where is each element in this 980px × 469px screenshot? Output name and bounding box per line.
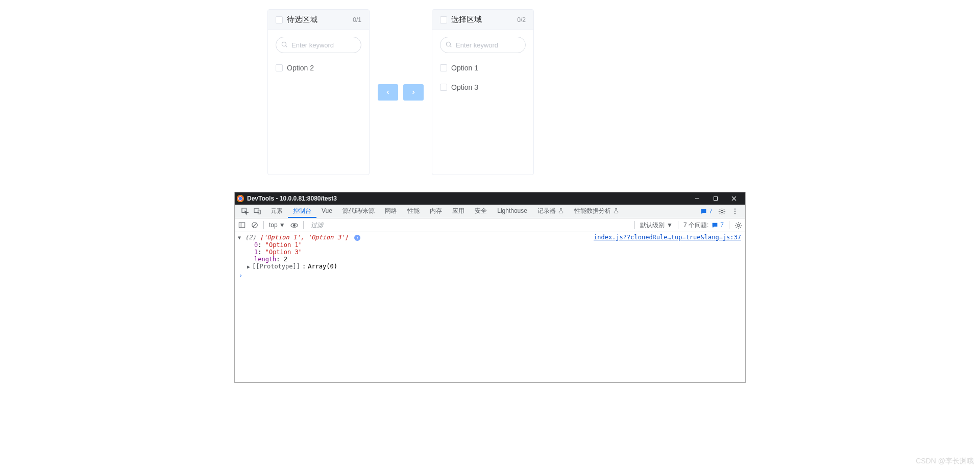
list-item[interactable]: Option 1: [440, 60, 526, 76]
close-button[interactable]: [725, 192, 743, 205]
tab-performance-insights[interactable]: 性能数据分析: [569, 205, 624, 218]
console-settings-icon[interactable]: [734, 221, 742, 229]
devtools-tabbar: 元素 控制台 Vue 源代码/来源 网络 性能 内存 应用 安全 Lightho…: [235, 205, 745, 218]
svg-line-18: [253, 224, 256, 227]
more-icon[interactable]: [731, 207, 739, 215]
tab-recorder[interactable]: 记录器: [532, 205, 569, 218]
expand-arrow-icon[interactable]: ▼: [238, 235, 241, 240]
tab-network[interactable]: 网络: [380, 205, 402, 218]
option-label: Option 3: [451, 83, 478, 91]
separator: [634, 221, 635, 229]
window-title: DevTools - 10.0.0.81:8080/test3: [247, 195, 337, 202]
panel-header: 选择区域 0/2: [432, 10, 533, 30]
list-item[interactable]: Option 3: [440, 80, 526, 95]
console-prompt[interactable]: ›: [235, 272, 745, 281]
separator: [729, 221, 729, 229]
tab-vue[interactable]: Vue: [316, 205, 337, 218]
chrome-logo-icon: [237, 195, 244, 202]
separator: [263, 221, 264, 229]
sidebar-toggle-icon[interactable]: [238, 221, 246, 229]
transfer-target-panel: 选择区域 0/2 Option 1 Option 3: [432, 9, 534, 175]
move-left-button[interactable]: [378, 84, 398, 101]
array-summary: (2) ['Option 1', 'Option 3'] i: [245, 234, 360, 241]
svg-line-1: [286, 46, 287, 47]
tab-lighthouse[interactable]: Lighthouse: [492, 205, 532, 218]
separator: [678, 221, 678, 229]
svg-point-12: [734, 208, 736, 209]
flask-icon: [558, 208, 564, 214]
svg-point-21: [737, 224, 740, 227]
svg-point-13: [734, 211, 736, 212]
window-titlebar[interactable]: DevTools - 10.0.0.81:8080/test3: [235, 192, 745, 205]
svg-line-3: [450, 46, 452, 47]
devtools-window: DevTools - 10.0.0.81:8080/test3 元素 控制台 V…: [234, 192, 746, 383]
svg-point-0: [282, 42, 286, 46]
option-checkbox[interactable]: [440, 84, 447, 91]
prompt-icon: ›: [239, 272, 242, 279]
svg-point-14: [734, 213, 736, 214]
tab-sources[interactable]: 源代码/来源: [337, 205, 380, 218]
info-icon[interactable]: i: [354, 235, 360, 241]
watermark: CSDN @李长渊哦: [916, 457, 974, 466]
clear-console-icon[interactable]: [251, 221, 258, 229]
tab-performance[interactable]: 性能: [402, 205, 425, 218]
panel-count: 0/2: [517, 16, 526, 23]
transfer-buttons: [378, 84, 424, 101]
tab-memory[interactable]: 内存: [425, 205, 447, 218]
search-input[interactable]: [440, 37, 526, 53]
issues-summary[interactable]: 7 个问题: 7: [683, 221, 724, 230]
console-prototype-row[interactable]: ▶ [[Prototype]]: Array(0): [235, 263, 745, 270]
tab-security[interactable]: 安全: [470, 205, 492, 218]
chevron-right-icon: [410, 89, 416, 95]
tab-application[interactable]: 应用: [447, 205, 470, 218]
option-checkbox[interactable]: [440, 64, 447, 71]
chevron-left-icon: [385, 89, 391, 95]
log-level-selector[interactable]: 默认级别 ▼: [640, 221, 673, 230]
console-filter-bar: top ▼ 默认级别 ▼ 7 个问题: 7: [235, 218, 745, 232]
svg-rect-15: [239, 223, 244, 228]
device-toggle-icon[interactable]: [253, 207, 261, 215]
transfer-source-panel: 待选区域 0/1 Option 2: [267, 9, 370, 175]
select-all-checkbox[interactable]: [440, 16, 447, 23]
message-icon: [712, 222, 718, 229]
filter-input[interactable]: [309, 220, 630, 230]
console-entry[interactable]: ▼ (2) ['Option 1', 'Option 3'] i index.j…: [235, 233, 745, 241]
panel-count: 0/1: [353, 16, 361, 23]
source-link[interactable]: index.js??clonedRule…tup=true&lang=js:37: [594, 234, 741, 241]
option-checkbox[interactable]: [276, 64, 283, 71]
search-icon: [281, 41, 288, 48]
transfer-component: 待选区域 0/1 Option 2: [255, 4, 546, 175]
maximize-button[interactable]: [706, 192, 725, 205]
context-selector[interactable]: top ▼: [269, 221, 285, 229]
option-list: Option 2: [276, 59, 361, 76]
option-label: Option 1: [451, 64, 478, 72]
message-icon: [700, 208, 707, 215]
inspect-icon[interactable]: [241, 207, 249, 215]
panel-title: 待选区域: [287, 15, 317, 24]
panel-title: 选择区域: [451, 15, 482, 24]
console-output: ▼ (2) ['Option 1', 'Option 3'] i index.j…: [235, 232, 745, 382]
svg-point-20: [293, 224, 295, 226]
list-item[interactable]: Option 2: [276, 60, 361, 76]
panel-header: 待选区域 0/1: [268, 10, 369, 30]
minimize-button[interactable]: [688, 192, 706, 205]
search-box: [440, 37, 526, 53]
search-input[interactable]: [276, 37, 361, 53]
option-label: Option 2: [287, 64, 314, 72]
tab-console[interactable]: 控制台: [288, 205, 316, 218]
expand-arrow-icon[interactable]: ▶: [247, 264, 250, 269]
issues-label: 7 个问题:: [683, 221, 708, 230]
live-expression-icon[interactable]: [290, 221, 298, 229]
search-icon: [445, 41, 452, 48]
console-entry-detail: 0: "Option 1" 1: "Option 3" length: 2: [235, 241, 745, 263]
search-box: [276, 37, 361, 53]
svg-rect-5: [714, 197, 718, 201]
select-all-checkbox[interactable]: [276, 16, 283, 23]
move-right-button[interactable]: [403, 84, 424, 101]
tab-elements[interactable]: 元素: [265, 205, 288, 218]
svg-point-11: [721, 210, 723, 213]
issues-badge[interactable]: 7: [700, 208, 713, 215]
flask-icon: [613, 208, 619, 214]
settings-icon[interactable]: [718, 207, 726, 215]
separator: [303, 221, 304, 229]
